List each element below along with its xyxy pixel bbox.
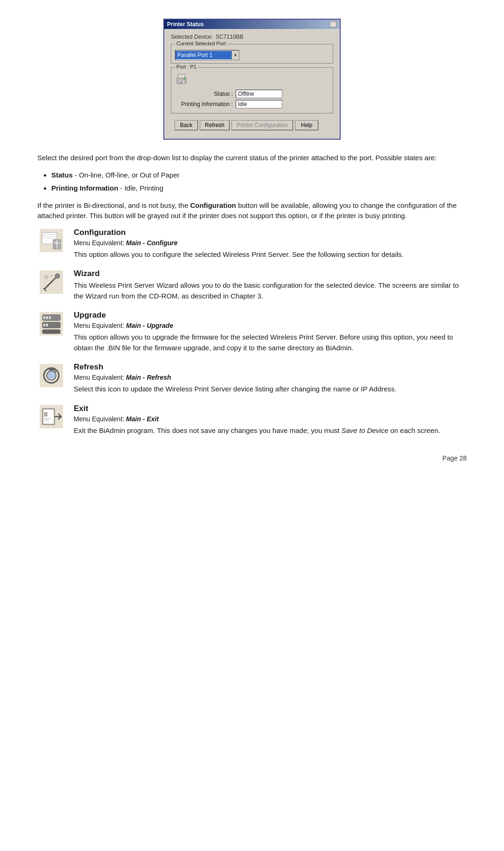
upgrade-menu-bold: Main - Upgrade — [126, 322, 173, 329]
upgrade-icon-svg — [40, 312, 63, 335]
svg-rect-29 — [42, 330, 60, 333]
printing-info-row: Printing Information : Idle — [175, 100, 329, 108]
exit-body: Exit the BiAdmin program. This does not … — [74, 426, 467, 436]
svg-rect-35 — [43, 410, 54, 424]
dialog-body: Selected Device: SC7110BB Current Select… — [164, 29, 340, 139]
save-to-device-italic: Save to Device — [341, 426, 388, 434]
svg-rect-38 — [44, 418, 51, 419]
printer-config-button[interactable]: Printer Configuration — [231, 120, 293, 130]
svg-rect-28 — [46, 324, 48, 326]
printer-status-dialog: Printer Status ✕ Selected Device: SC7110… — [163, 19, 341, 140]
configuration-menu-equiv: Menu Equivalent: Main - Configure — [74, 239, 467, 247]
svg-rect-1 — [178, 74, 185, 78]
configuration-icon-svg — [40, 229, 63, 252]
printing-info-label: Printing Information : — [175, 101, 236, 107]
refresh-content: Refresh Menu Equivalent: Main - Refresh … — [74, 362, 467, 395]
svg-rect-4 — [179, 81, 184, 82]
port-p1-group: Port : P1 Status : Offline Printing In — [171, 67, 333, 113]
configuration-icon — [37, 228, 65, 254]
section-exit: Exit Menu Equivalent: Main - Exit Exit t… — [37, 404, 467, 436]
dialog-titlebar: Printer Status ✕ — [164, 20, 340, 29]
upgrade-menu-equiv: Menu Equivalent: Main - Upgrade — [74, 322, 467, 329]
page-number: Page 28 — [37, 454, 467, 462]
selected-device-label: Selected Device: — [171, 34, 213, 40]
status-bold: Status — [51, 171, 73, 179]
wizard-content: Wizard This Wireless Print Server Wizard… — [74, 269, 467, 301]
svg-rect-24 — [46, 316, 48, 319]
refresh-title: Refresh — [74, 362, 467, 372]
status-table: Status : Offline Printing Information : … — [175, 90, 329, 108]
selected-device-value: SC7110BB — [216, 34, 243, 40]
refresh-body: Select this icon to update the Wireless … — [74, 384, 467, 395]
status-value: Offline — [236, 90, 282, 98]
upgrade-icon — [37, 311, 65, 336]
intro-text: Select the desired port from the drop-do… — [37, 153, 467, 163]
svg-rect-5 — [179, 82, 182, 83]
status-label: Status : — [175, 91, 236, 97]
list-item-status: Status - On-line, Off-line, or Out of Pa… — [51, 170, 467, 181]
refresh-icon-svg — [40, 364, 63, 387]
port-select-arrow-icon[interactable]: ▼ — [231, 50, 239, 60]
section-refresh: Refresh Menu Equivalent: Main - Refresh … — [37, 362, 467, 395]
port-dropdown-row: Parallel Port 1 ▼ — [175, 47, 329, 60]
svg-rect-25 — [49, 316, 51, 319]
svg-rect-36 — [44, 412, 47, 416]
exit-content: Exit Menu Equivalent: Main - Exit Exit t… — [74, 404, 467, 436]
exit-title: Exit — [74, 404, 467, 413]
svg-rect-39 — [44, 420, 49, 421]
current-port-legend: Current Selected Port — [175, 41, 227, 46]
dialog-title: Printer Status — [167, 21, 204, 28]
list-item-printing-info: Printing Information - Idle, Printing — [51, 183, 467, 194]
dialog-close-button[interactable]: ✕ — [329, 21, 337, 28]
wizard-icon — [37, 269, 65, 295]
configuration-menu-prefix: Menu Equivalent: — [74, 239, 124, 247]
configuration-content: Configuration Menu Equivalent: Main - Co… — [74, 228, 467, 260]
svg-point-3 — [184, 78, 185, 80]
refresh-menu-bold: Main - Refresh — [126, 374, 171, 381]
current-port-group: Current Selected Port Parallel Port 1 ▼ — [171, 44, 333, 64]
section-wizard: Wizard This Wireless Print Server Wizard… — [37, 269, 467, 301]
refresh-button[interactable]: Refresh — [200, 120, 230, 130]
back-button[interactable]: Back — [175, 120, 198, 130]
section-configuration: Configuration Menu Equivalent: Main - Co… — [37, 228, 467, 260]
configuration-title: Configuration — [74, 228, 467, 237]
exit-menu-prefix: Menu Equivalent: — [74, 415, 124, 423]
port-select-value: Parallel Port 1 — [175, 51, 231, 59]
printing-info-value: Idle — [236, 100, 282, 108]
refresh-icon — [37, 362, 65, 388]
port-group-legend: Port : P1 — [175, 64, 198, 70]
status-rest: - On-line, Off-line, or Out of Paper — [73, 171, 180, 179]
wizard-body: This Wireless Print Server Wizard allows… — [74, 280, 467, 301]
exit-icon-svg — [40, 405, 63, 428]
upgrade-title: Upgrade — [74, 311, 467, 320]
svg-rect-27 — [43, 324, 45, 326]
refresh-menu-prefix: Menu Equivalent: — [74, 374, 124, 381]
printer-icon — [175, 72, 188, 85]
printing-info-rest: - Idle, Printing — [118, 184, 163, 192]
svg-point-32 — [47, 371, 56, 380]
status-row: Status : Offline — [175, 90, 329, 98]
upgrade-menu-prefix: Menu Equivalent: — [74, 322, 124, 329]
configuration-body: This option allows you to configure the … — [74, 249, 467, 260]
config-bold: Configuration — [190, 201, 236, 209]
selected-device-row: Selected Device: SC7110BB — [171, 34, 333, 40]
exit-menu-bold: Main - Exit — [126, 415, 159, 423]
body-text: If the printer is Bi-directional, and is… — [37, 200, 467, 221]
help-button[interactable]: Help — [295, 120, 318, 130]
section-upgrade: Upgrade Menu Equivalent: Main - Upgrade … — [37, 311, 467, 353]
bullet-list: Status - On-line, Off-line, or Out of Pa… — [51, 170, 467, 194]
refresh-menu-equiv: Menu Equivalent: Main - Refresh — [74, 374, 467, 381]
svg-rect-23 — [43, 316, 45, 319]
exit-icon — [37, 404, 65, 430]
printing-info-bold: Printing Information — [51, 184, 118, 192]
upgrade-body: This option allows you to upgrade the fi… — [74, 332, 467, 353]
upgrade-content: Upgrade Menu Equivalent: Main - Upgrade … — [74, 311, 467, 353]
dialog-buttons: Back Refresh Printer Configuration Help — [171, 117, 333, 134]
wizard-title: Wizard — [74, 269, 467, 278]
svg-point-17 — [55, 274, 60, 278]
dialog-container: Printer Status ✕ Selected Device: SC7110… — [37, 19, 467, 140]
exit-menu-equiv: Menu Equivalent: Main - Exit — [74, 415, 467, 423]
wizard-icon-svg — [40, 270, 63, 294]
configuration-menu-bold: Main - Configure — [126, 239, 177, 247]
port-select-wrapper[interactable]: Parallel Port 1 ▼ — [175, 50, 239, 60]
